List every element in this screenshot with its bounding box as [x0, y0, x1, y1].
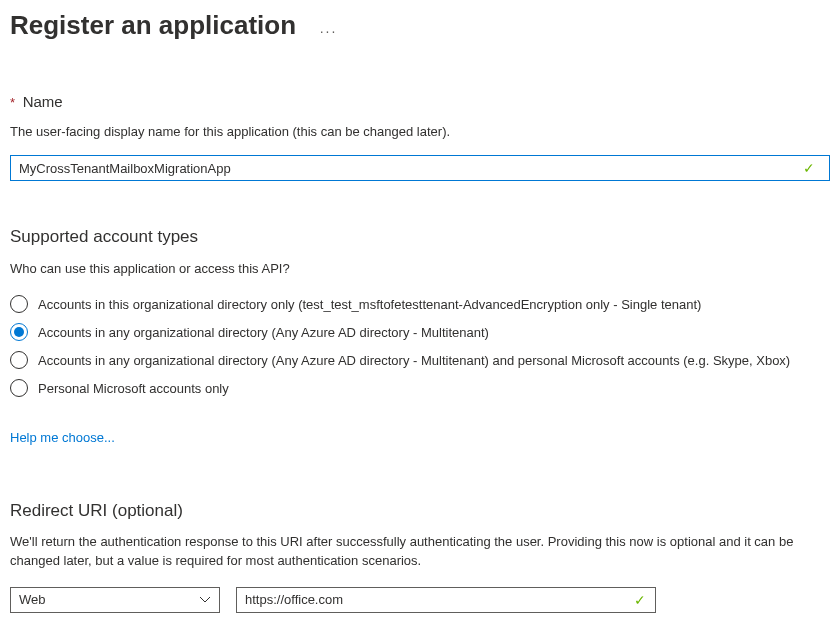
radio-icon — [10, 295, 28, 313]
radio-icon — [10, 323, 28, 341]
radio-label: Accounts in any organizational directory… — [38, 325, 489, 340]
redirect-uri-heading: Redirect URI (optional) — [10, 501, 825, 521]
checkmark-icon: ✓ — [803, 160, 815, 176]
name-input[interactable] — [10, 155, 830, 181]
checkmark-icon: ✓ — [634, 592, 646, 608]
help-me-choose-link[interactable]: Help me choose... — [10, 430, 115, 445]
page-title: Register an application — [10, 10, 296, 41]
platform-select-value: Web — [19, 592, 199, 607]
radio-icon — [10, 379, 28, 397]
radio-option-multitenant-personal[interactable]: Accounts in any organizational directory… — [10, 346, 825, 374]
radio-option-multitenant[interactable]: Accounts in any organizational directory… — [10, 318, 825, 346]
radio-label: Accounts in any organizational directory… — [38, 353, 790, 368]
redirect-uri-input[interactable] — [236, 587, 656, 613]
name-label: Name — [23, 93, 63, 110]
redirect-uri-description: We'll return the authentication response… — [10, 533, 825, 571]
name-description: The user-facing display name for this ap… — [10, 124, 825, 139]
account-types-radio-group: Accounts in this organizational director… — [10, 290, 825, 402]
radio-label: Personal Microsoft accounts only — [38, 381, 229, 396]
radio-label: Accounts in this organizational director… — [38, 297, 701, 312]
radio-option-personal-only[interactable]: Personal Microsoft accounts only — [10, 374, 825, 402]
radio-icon — [10, 351, 28, 369]
more-icon[interactable]: ··· — [320, 23, 338, 39]
account-types-question: Who can use this application or access t… — [10, 261, 825, 276]
required-indicator: * — [10, 95, 15, 110]
platform-select[interactable]: Web — [10, 587, 220, 613]
chevron-down-icon — [199, 594, 211, 606]
account-types-heading: Supported account types — [10, 227, 825, 247]
radio-option-single-tenant[interactable]: Accounts in this organizational director… — [10, 290, 825, 318]
